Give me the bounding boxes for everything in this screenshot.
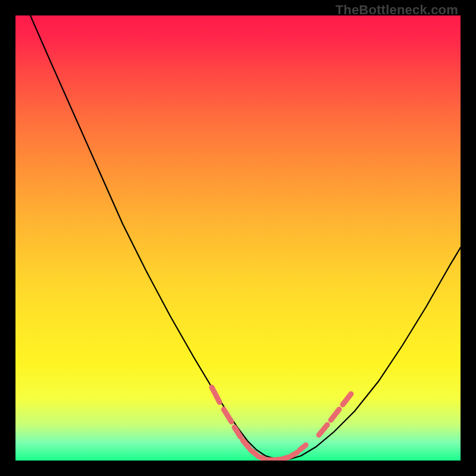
dash-segment [275,459,281,460]
dash-segment [250,450,256,455]
bottleneck-curve [30,15,461,459]
watermark-text: TheBottleneck.com [336,2,458,18]
chart-frame [15,15,461,461]
dash-segment [234,427,240,437]
dash-segment [258,456,264,459]
dash-segment [343,394,351,405]
dash-segment [319,425,327,435]
dash-segment [300,445,306,450]
dash-overlay [212,387,351,460]
dash-segment [212,387,220,402]
main-curve [30,15,461,459]
dash-segment [292,452,298,456]
dash-segment [283,457,289,459]
chart-svg [15,15,461,461]
dash-segment [331,409,339,420]
dash-segment [224,409,231,422]
